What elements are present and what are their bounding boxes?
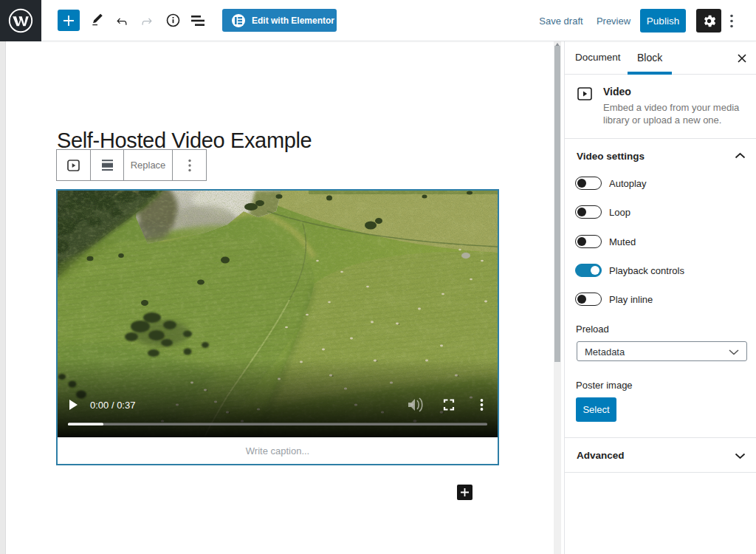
svg-text:0:00 / 0:37: 0:00 / 0:37 [90, 400, 135, 411]
